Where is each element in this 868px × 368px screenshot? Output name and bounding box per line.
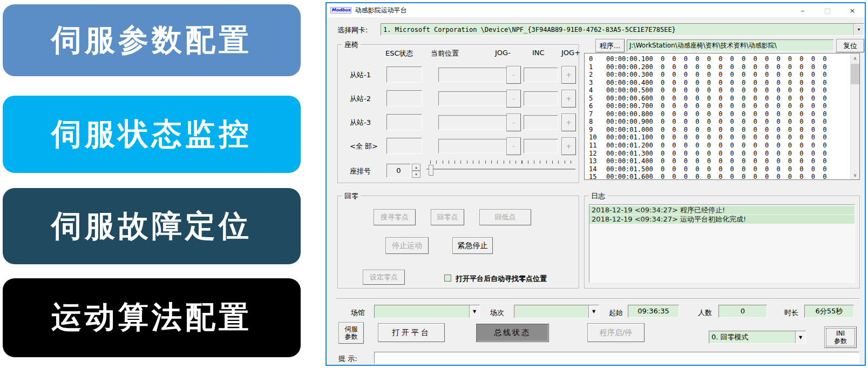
spinner-down-icon[interactable]: ▾ [412, 171, 421, 178]
current-position-box [438, 91, 513, 106]
data-row[interactable]: 9 00:00:01.000 0 0 0 0 0 0 0 0 0 0 0 0 0… [585, 126, 859, 134]
data-row-values: 00:00:01.000 0 0 0 0 0 0 0 0 0 0 0 0 0 0… [606, 126, 826, 134]
venue-combobox[interactable]: ▼ [374, 305, 480, 318]
menu-banner[interactable]: 伺服状态监控 [3, 96, 301, 173]
data-row[interactable]: 1 00:00:00.200 0 0 0 0 0 0 0 0 0 0 0 0 0… [585, 63, 859, 71]
jog-plus-button[interactable]: + [561, 137, 576, 155]
data-row[interactable]: 13 00:00:01.400 0 0 0 0 0 0 0 0 0 0 0 0 … [585, 157, 859, 165]
log-list[interactable]: 2018-12-19 <09:34:27> 程序已经停止!2018-12-19 … [589, 204, 855, 283]
minimize-button[interactable]: – [790, 3, 815, 17]
data-row-index: 12 [585, 150, 606, 158]
seat-slider[interactable] [426, 160, 575, 177]
close-button[interactable]: × [840, 3, 865, 17]
menu-banner[interactable]: 运动算法配置 [3, 278, 301, 357]
data-row-index: 11 [585, 142, 606, 150]
tip-field [374, 352, 859, 364]
homing-mode-value: 0. 回零模式 [709, 331, 795, 343]
jog-plus-button[interactable]: + [561, 66, 576, 84]
program-open-button[interactable]: 程序... [595, 39, 625, 52]
jog-plus-button[interactable]: + [561, 113, 576, 131]
jog-minus-button[interactable]: - [506, 113, 521, 131]
data-row-index: 3 [585, 79, 606, 87]
data-row[interactable]: 10 00:00:01.100 0 0 0 0 0 0 0 0 0 0 0 0 … [585, 133, 859, 142]
data-row-values: 00:00:00.500 0 0 0 0 0 0 0 0 0 0 0 0 0 0… [606, 86, 826, 95]
nic-combobox[interactable]: 1. Microsoft Corporation \Device\NPF_{3F… [381, 23, 864, 36]
inc-input[interactable] [524, 68, 558, 82]
data-row[interactable]: 2 00:00:00.300 0 0 0 0 0 0 0 0 0 0 0 0 0… [585, 71, 859, 79]
seat-row-number-stepper: ▴ ▾ [412, 164, 421, 178]
data-row[interactable]: 14 00:00:01.500 0 0 0 0 0 0 0 0 0 0 0 0 … [585, 165, 859, 173]
data-row-values: 00:00:00.300 0 0 0 0 0 0 0 0 0 0 0 0 0 0… [606, 71, 826, 79]
start-time-label: 起始 [609, 308, 623, 318]
search-zero-button[interactable]: 搜寻零点 [374, 209, 416, 225]
inc-input[interactable] [524, 139, 558, 153]
auto-find-zero-checkbox[interactable] [444, 275, 451, 282]
data-row[interactable]: 0 00:00:00.100 0 0 0 0 0 0 0 0 0 0 0 0 0… [585, 55, 859, 63]
slider-thumb[interactable] [429, 165, 433, 176]
esc-status-box [386, 114, 422, 130]
data-row-values: 00:00:01.300 0 0 0 0 0 0 0 0 0 0 0 0 0 0… [606, 150, 826, 158]
set-zero-button[interactable]: 设定零点 [363, 270, 405, 285]
servo-params-button[interactable]: 伺服 参数 [338, 322, 364, 344]
vertical-scrollbar[interactable]: ∧ ∨ [850, 53, 859, 179]
motion-data-list[interactable]: 0 00:00:00.100 0 0 0 0 0 0 0 0 0 0 0 0 0… [584, 53, 860, 180]
homing-mode-combobox[interactable]: 0. 回零模式 ▼ [709, 331, 806, 344]
data-row[interactable]: 5 00:00:00.600 0 0 0 0 0 0 0 0 0 0 0 0 0… [585, 95, 859, 103]
ini-params-line1: INI [836, 330, 845, 337]
reset-button[interactable]: 复位 [836, 39, 864, 52]
data-row[interactable]: 7 00:00:00.800 0 0 0 0 0 0 0 0 0 0 0 0 0… [585, 110, 859, 118]
spinner-up-icon[interactable]: ▴ [412, 164, 421, 171]
jog-minus-button[interactable]: - [506, 137, 521, 155]
menu-banner[interactable]: 伺服故障定位 [3, 188, 301, 264]
data-row[interactable]: 4 00:00:00.500 0 0 0 0 0 0 0 0 0 0 0 0 0… [585, 86, 859, 95]
data-row[interactable]: 12 00:00:01.300 0 0 0 0 0 0 0 0 0 0 0 0 … [585, 150, 859, 158]
inc-input[interactable] [524, 91, 558, 106]
station-label: 从站-2 [350, 94, 371, 104]
duration-label: 时长 [784, 308, 798, 318]
chevron-down-icon[interactable]: ▼ [469, 305, 479, 318]
program-toggle-button[interactable]: 程序启/停 [587, 323, 645, 342]
data-row-index: 4 [585, 86, 606, 95]
servo-params-line2: 参数 [345, 333, 358, 340]
data-row[interactable]: 6 00:00:00.700 0 0 0 0 0 0 0 0 0 0 0 0 0… [585, 102, 859, 110]
inc-input[interactable] [524, 115, 558, 130]
scrollbar-thumb[interactable] [851, 64, 859, 84]
data-row-index: 6 [585, 102, 606, 110]
tip-label: 提 示: [338, 354, 357, 364]
seat-row-number-input[interactable]: 0 [386, 164, 411, 178]
scroll-up-icon[interactable]: ∧ [851, 53, 859, 63]
esc-status-box [386, 138, 422, 154]
emergency-stop-button[interactable]: 紧急停止 [452, 237, 493, 254]
duration-field: 6分55秒 [804, 305, 854, 318]
ini-params-button[interactable]: INI 参数 [824, 326, 857, 348]
jog-minus-button[interactable]: - [506, 90, 521, 108]
show-combobox[interactable]: ▼ [514, 305, 599, 318]
data-row-values: 00:00:00.400 0 0 0 0 0 0 0 0 0 0 0 0 0 0… [606, 79, 826, 87]
bus-status-button[interactable]: 总线状态 [476, 323, 549, 342]
data-row[interactable]: 11 00:00:01.200 0 0 0 0 0 0 0 0 0 0 0 0 … [585, 142, 859, 150]
jog-plus-button[interactable]: + [561, 90, 576, 108]
auto-find-zero-label: 打开平台后自动寻找零点位置 [456, 274, 547, 284]
jog-minus-button[interactable]: - [506, 66, 521, 84]
maximize-button: □ [815, 3, 840, 17]
chevron-down-icon[interactable]: ▼ [795, 331, 805, 343]
log-line: 2018-12-19 <09:34:27> 程序已经停止! [589, 206, 855, 215]
chevron-down-icon[interactable]: ▼ [588, 305, 599, 318]
station-label: 从站-1 [350, 70, 371, 80]
jog-plus-header: JOG+ [561, 49, 580, 57]
go-zero-button[interactable]: 回零点 [431, 209, 464, 225]
scroll-down-icon[interactable]: ∨ [851, 170, 859, 179]
log-group: 日志 2018-12-19 <09:34:27> 程序已经停止!2018-12-… [584, 196, 860, 289]
start-time-field: 09:36:35 [628, 305, 679, 318]
data-row[interactable]: 15 00:00:01.600 0 0 0 0 0 0 0 0 0 0 0 0 … [585, 173, 859, 180]
data-row-index: 15 [585, 173, 606, 180]
data-row[interactable]: 8 00:00:00.900 0 0 0 0 0 0 0 0 0 0 0 0 0… [585, 118, 859, 126]
open-platform-button[interactable]: 打开平台 [378, 323, 445, 342]
menu-banner[interactable]: 伺服参数配置 [3, 4, 301, 76]
data-row[interactable]: 3 00:00:00.400 0 0 0 0 0 0 0 0 0 0 0 0 0… [585, 79, 859, 87]
go-low-button[interactable]: 回低点 [479, 209, 531, 225]
app-window: Modbus 动感影院运动平台 – □ × 选择网卡: 1. Microsoft… [326, 2, 866, 366]
chevron-down-icon[interactable]: ▾ [853, 24, 864, 35]
jog-minus-header: JOG- [495, 49, 511, 57]
stop-motion-button[interactable]: 停止运动 [385, 237, 429, 254]
